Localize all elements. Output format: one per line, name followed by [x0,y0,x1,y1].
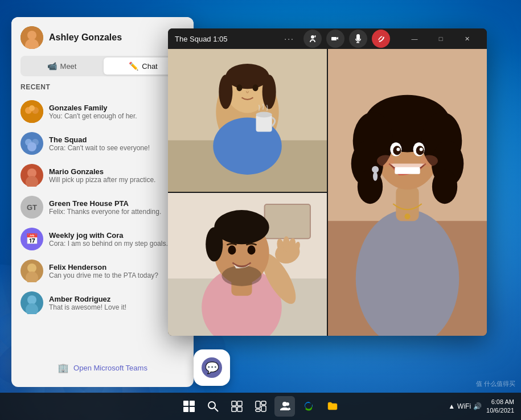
chat-item-text: Felix Henderson Can you drive me to the … [49,263,184,279]
chat-list: Gonzales Family You: Can't get enough of… [11,96,194,319]
avatar [20,132,43,155]
system-tray: ▲ WiFi 🔊 6:08 AM 10/6/2021 [448,398,514,415]
chat-item-text: Weekly jog with Cora Cora: I am so behin… [49,231,184,248]
task-view-button[interactable] [227,396,247,417]
meet-icon: 📹 [47,61,57,71]
chat-item-name: The Squad [49,135,184,144]
list-item[interactable]: Felix Henderson Can you drive me to the … [16,255,189,287]
chat-item-text: Gonzales Family You: Can't get enough of… [49,104,184,120]
avatar [20,164,43,187]
video-cell-top-left [168,49,327,192]
chat-item-preview: Will pick up pizza after my practice. [49,176,184,184]
chat-item-name: Mario Gonzales [49,167,184,176]
list-item[interactable]: 📅 Weekly jog with Cora Cora: I am so beh… [16,223,189,255]
svg-rect-77 [395,167,420,174]
svg-point-27 [20,100,43,123]
video-actions: ··· [280,30,390,48]
chat-item-preview: That is awesome! Love it! [49,303,184,311]
close-button[interactable]: ✕ [454,30,480,48]
volume-icon[interactable]: 🔊 [473,402,482,410]
chat-header: Ashley Gonzales [11,17,194,49]
video-window: The Squad 1:05 ··· [168,28,487,336]
maximize-button[interactable]: □ [428,30,454,48]
svg-point-34 [27,142,36,151]
video-cell-right [328,49,487,336]
avatar: 📅 [20,228,43,250]
svg-point-56 [253,84,259,91]
list-item[interactable]: The Squad Cora: Can't wait to see everyo… [16,127,189,159]
svg-point-116 [286,402,289,406]
video-titlebar: The Squad 1:05 ··· [168,28,487,49]
add-person-button[interactable] [303,30,322,48]
svg-rect-105 [190,407,195,412]
more-options-button[interactable]: ··· [280,30,299,48]
taskbar: ▲ WiFi 🔊 6:08 AM 10/6/2021 [0,393,521,420]
avatar [20,100,43,123]
svg-point-55 [236,84,242,91]
tab-chat-label: Chat [142,62,157,71]
svg-rect-111 [237,407,242,411]
chat-item-name: Green Tree House PTA [49,199,184,208]
open-teams-button[interactable]: 🏢 Open Microsoft Teams [48,358,157,378]
svg-point-50 [219,75,232,109]
svg-point-30 [29,105,35,111]
chat-item-name: Gonzales Family [49,104,184,112]
video-cell-bottom-left [168,193,327,336]
window-controls: — □ ✕ [401,30,480,48]
edge-browser-button[interactable] [298,396,319,417]
tab-meet[interactable]: 📹 Meet [22,57,101,75]
svg-point-62 [404,213,410,219]
svg-point-79 [421,155,438,166]
svg-point-39 [27,263,36,273]
tabs-container: 📹 Meet ✏️ Chat [20,56,184,76]
video-grid [168,49,487,336]
time-display: 6:08 AM [486,398,514,406]
user-avatar [20,26,43,49]
svg-point-69 [358,170,383,204]
svg-point-106 [208,402,215,409]
svg-rect-109 [237,401,242,406]
camera-button[interactable] [326,30,344,48]
chat-item-preview: Can you drive me to the PTA today? [49,271,184,279]
chat-item-name: Felix Henderson [49,263,184,271]
svg-point-42 [27,295,36,304]
svg-point-98 [228,245,236,254]
start-button[interactable] [179,396,199,417]
list-item[interactable]: Gonzales Family You: Can't get enough of… [16,96,189,127]
teams-float-icon[interactable]: 💬 [194,349,230,386]
svg-point-54 [256,112,272,117]
video-title: The Squad 1:05 [175,35,228,43]
widgets-button[interactable] [251,396,271,417]
search-button[interactable] [203,396,223,417]
svg-rect-108 [232,401,236,406]
chat-item-text: Mario Gonzales Will pick up pizza after … [49,167,184,184]
svg-rect-113 [261,401,266,405]
svg-point-90 [283,236,290,251]
user-name: Ashley Gonzales [49,32,122,43]
end-call-button[interactable] [372,30,390,48]
network-icon[interactable]: ▲ [448,402,455,410]
systray-icons: ▲ WiFi 🔊 [448,402,482,410]
svg-point-99 [248,245,256,254]
open-teams-section: 🏢 Open Microsoft Teams [11,358,194,378]
chat-item-preview: Felix: Thanks everyone for attending. [49,208,184,216]
titlebar-left: The Squad 1:05 [175,35,228,43]
svg-point-96 [206,227,223,261]
svg-line-107 [215,408,218,411]
list-item[interactable]: GT Green Tree House PTA Felix: Thanks ev… [16,191,189,223]
teams-taskbar-button[interactable] [274,396,295,417]
svg-point-95 [214,210,269,244]
avatar [20,291,43,314]
svg-text:💬: 💬 [205,361,219,374]
file-explorer-button[interactable] [322,396,343,417]
svg-point-75 [396,147,400,151]
svg-rect-104 [183,407,188,412]
minimize-button[interactable]: — [401,30,428,48]
list-item[interactable]: Mario Gonzales Will pick up pizza after … [16,159,189,191]
chat-item-text: Amber Rodriguez That is awesome! Love it… [49,295,184,311]
list-item[interactable]: Amber Rodriguez That is awesome! Love it… [16,287,189,319]
mic-button[interactable] [349,30,367,48]
clock[interactable]: 6:08 AM 10/6/2021 [486,398,514,415]
wifi-icon[interactable]: WiFi [457,402,471,410]
watermark: 值 什么值得买 [476,380,515,388]
